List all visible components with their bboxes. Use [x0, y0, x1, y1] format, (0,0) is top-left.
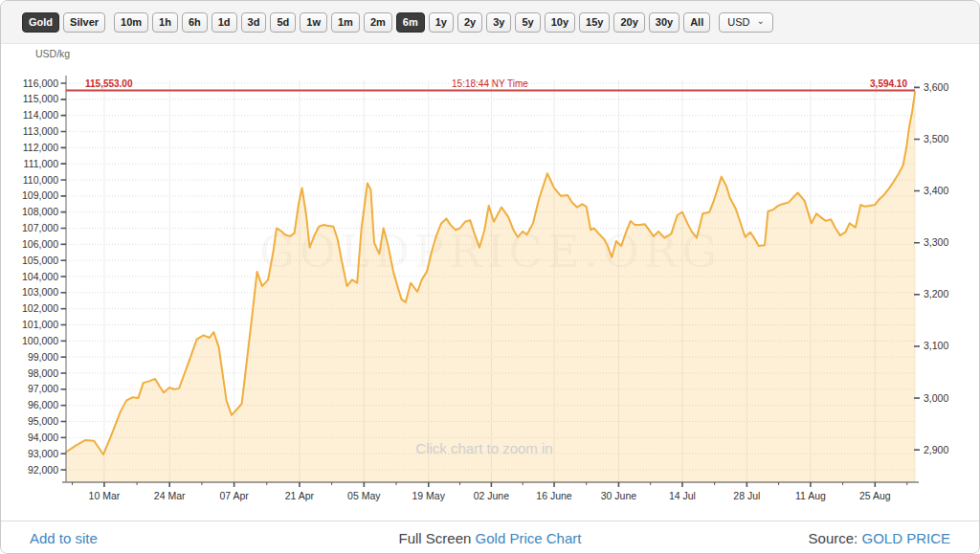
metal-button-silver[interactable]: Silver [63, 12, 105, 33]
currency-select[interactable]: USD ⌄ [719, 12, 773, 33]
current-price-left-label: 115,553.00 [85, 78, 133, 89]
x-axis-label: 30 June [601, 490, 637, 501]
axis-unit-label: USD/kg [35, 48, 70, 59]
chart-wrap: GOLDPRICE.ORGClick chart to zoom in92,00… [1, 44, 979, 521]
full-screen-label: Full Screen [399, 530, 472, 546]
y-axis-label: 104,000 [22, 271, 58, 282]
current-price-right-label: 3,594.10 [870, 78, 907, 89]
y-axis-label: 99,000 [28, 351, 58, 363]
range-button-3d[interactable]: 3d [241, 12, 267, 33]
y-axis-label: 103,000 [22, 286, 58, 298]
x-axis-label: 28 Jul [733, 490, 760, 501]
chevron-down-icon: ⌄ [756, 16, 764, 26]
range-button-30y[interactable]: 30y [649, 12, 679, 33]
y2-axis-label: 3,500 [924, 133, 948, 144]
x-axis-label: 11 Aug [795, 490, 826, 501]
range-button-1h[interactable]: 1h [152, 12, 178, 33]
currency-selected-value: USD [727, 17, 749, 28]
range-button-10y[interactable]: 10y [545, 12, 575, 33]
range-button-20y[interactable]: 20y [613, 12, 644, 33]
y2-axis-label: 2,900 [924, 444, 948, 455]
y-axis-label: 113,000 [23, 125, 58, 137]
y-axis-label: 95,000 [28, 415, 58, 427]
zoom-hint-text: Click chart to zoom in [415, 440, 552, 456]
y-axis-label: 106,000 [22, 238, 58, 250]
x-axis-label: 24 Mar [154, 490, 186, 501]
ny-time-label: 15:18:44 NY Time [452, 78, 528, 89]
y-axis-label: 108,000 [22, 206, 58, 217]
y-axis-label: 107,000 [22, 222, 58, 233]
x-axis-label: 02 June [474, 490, 510, 501]
source-label: Source: [809, 530, 858, 546]
y-axis-label: 110,000 [23, 174, 58, 186]
y2-axis-label: 3,100 [924, 340, 948, 351]
range-button-1d[interactable]: 1d [212, 12, 237, 33]
y2-axis-label: 3,300 [924, 236, 948, 248]
range-button-5y[interactable]: 5y [515, 12, 540, 33]
x-axis-label: 16 June [536, 490, 572, 501]
chart-area[interactable]: GOLDPRICE.ORGClick chart to zoom in92,00… [1, 44, 980, 521]
range-button-15y[interactable]: 15y [579, 12, 610, 33]
y-axis-label: 109,000 [22, 189, 58, 201]
range-button-6h[interactable]: 6h [182, 12, 208, 33]
x-axis-label: 14 Jul [669, 490, 696, 501]
gold-price-chart-card: GoldSilver 10m1h6h1d3d5d1w1m2m6m1y2y3y5y… [0, 0, 980, 554]
range-button-1m[interactable]: 1m [331, 12, 360, 33]
x-axis-label: 10 Mar [89, 490, 121, 501]
y-axis-label: 92,000 [28, 464, 58, 476]
range-button-all[interactable]: All [683, 12, 710, 33]
footer-bar: Add to site Full Screen Gold Price Chart… [1, 521, 979, 554]
y-axis-label: 96,000 [28, 399, 58, 410]
y-axis-label: 105,000 [22, 255, 58, 266]
range-button-2y[interactable]: 2y [457, 12, 482, 33]
y-axis-label: 102,000 [22, 302, 58, 314]
x-axis-label: 19 May [412, 490, 446, 501]
source-link[interactable]: GOLD PRICE [861, 530, 950, 546]
metal-button-group: GoldSilver [22, 12, 105, 33]
y-axis-label: 97,000 [28, 383, 58, 394]
y-axis-label: 93,000 [28, 448, 58, 459]
x-axis-label: 21 Apr [285, 490, 315, 501]
y2-axis-label: 3,600 [924, 81, 948, 93]
range-button-1w[interactable]: 1w [300, 12, 327, 33]
range-button-2m[interactable]: 2m [364, 12, 392, 33]
y-axis-label: 100,000 [22, 335, 58, 346]
range-button-10m[interactable]: 10m [114, 12, 148, 33]
y-axis-label: 94,000 [28, 432, 58, 443]
price-area [66, 92, 915, 482]
y-axis-label: 116,000 [23, 78, 58, 89]
y-axis-label: 112,000 [23, 142, 58, 153]
footer-source: Source: GOLD PRICE [809, 530, 950, 546]
range-button-3y[interactable]: 3y [486, 12, 511, 33]
y-axis-label: 98,000 [28, 367, 58, 379]
y-axis-label: 111,000 [24, 158, 59, 169]
range-button-group: 10m1h6h1d3d5d1w1m2m6m1y2y3y5y10y15y20y30… [114, 12, 710, 33]
x-axis-label: 25 Aug [859, 490, 891, 501]
y2-axis-label: 3,200 [924, 288, 948, 299]
metal-button-gold[interactable]: Gold [22, 12, 59, 33]
add-to-site-link[interactable]: Add to site [30, 530, 98, 546]
y-axis-label: 115,000 [23, 93, 58, 104]
range-button-5d[interactable]: 5d [270, 12, 296, 33]
chart-toolbar: GoldSilver 10m1h6h1d3d5d1w1m2m6m1y2y3y5y… [1, 1, 979, 44]
x-axis-label: 07 Apr [219, 490, 249, 501]
gold-price-chart-link[interactable]: Gold Price Chart [476, 530, 582, 546]
y2-axis-label: 3,400 [924, 185, 948, 196]
x-axis-label: 05 May [347, 490, 381, 501]
range-button-1y[interactable]: 1y [429, 12, 454, 33]
y-axis-label: 114,000 [23, 109, 58, 121]
range-button-6m[interactable]: 6m [396, 12, 425, 33]
y2-axis-label: 3,000 [924, 392, 948, 404]
y-axis-label: 101,000 [22, 319, 58, 330]
